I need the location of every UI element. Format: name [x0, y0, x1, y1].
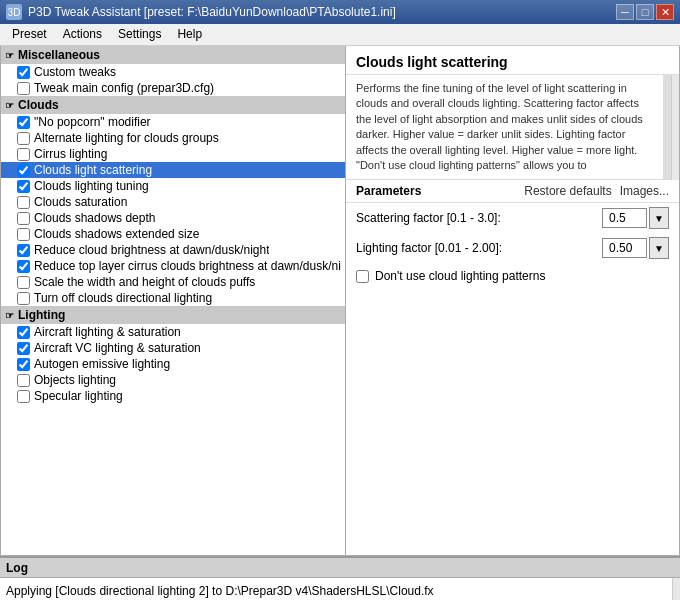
list-item[interactable]: Clouds shadows extended size — [1, 226, 345, 242]
list-item[interactable]: Scale the width and height of clouds puf… — [1, 274, 345, 290]
list-item-selected[interactable]: Clouds light scattering — [1, 162, 345, 178]
scattering-factor-dropdown[interactable]: ▼ — [649, 207, 669, 229]
no-popcorn-label: "No popcorn" modifier — [34, 115, 151, 129]
menu-actions[interactable]: Actions — [55, 26, 110, 43]
alt-lighting-checkbox[interactable] — [17, 132, 30, 145]
restore-defaults-button[interactable]: Restore defaults — [524, 184, 611, 198]
tweak-main-config-checkbox[interactable] — [17, 82, 30, 95]
turn-off-directional-label: Turn off clouds directional lighting — [34, 291, 212, 305]
list-item[interactable]: Reduce cloud brightness at dawn/dusk/nig… — [1, 242, 345, 258]
list-item[interactable]: Custom tweaks — [1, 64, 345, 80]
list-item[interactable]: Specular lighting — [1, 388, 345, 404]
reduce-cloud-brightness-checkbox[interactable] — [17, 244, 30, 257]
no-popcorn-checkbox[interactable] — [17, 116, 30, 129]
clouds-shadows-ext-label: Clouds shadows extended size — [34, 227, 199, 241]
clouds-shadows-ext-checkbox[interactable] — [17, 228, 30, 241]
cirrus-lighting-label: Cirrus lighting — [34, 147, 107, 161]
minimize-button[interactable]: ─ — [616, 4, 634, 20]
scattering-factor-label: Scattering factor [0.1 - 3.0]: — [356, 211, 594, 225]
clouds-light-scattering-checkbox[interactable] — [17, 164, 30, 177]
clouds-saturation-label: Clouds saturation — [34, 195, 127, 209]
section-clouds[interactable]: ☞ Clouds — [1, 96, 345, 114]
params-header: Parameters Restore defaults Images... — [346, 180, 679, 203]
custom-tweaks-label: Custom tweaks — [34, 65, 116, 79]
section-miscellaneous-label: Miscellaneous — [18, 48, 100, 62]
objects-lighting-checkbox[interactable] — [17, 374, 30, 387]
chevron-icon: ☞ — [5, 50, 14, 61]
list-item[interactable]: Aircraft VC lighting & saturation — [1, 340, 345, 356]
scattering-factor-row: Scattering factor [0.1 - 3.0]: 0.5 ▼ — [346, 203, 679, 233]
right-panel: Clouds light scattering Performs the fin… — [346, 46, 679, 555]
lighting-factor-label: Lighting factor [0.01 - 2.00]: — [356, 241, 594, 255]
section-miscellaneous[interactable]: ☞ Miscellaneous — [1, 46, 345, 64]
menu-help[interactable]: Help — [169, 26, 210, 43]
list-item[interactable]: "No popcorn" modifier — [1, 114, 345, 130]
list-item[interactable]: Cirrus lighting — [1, 146, 345, 162]
menu-settings[interactable]: Settings — [110, 26, 169, 43]
log-header: Log — [0, 558, 680, 578]
log-scrollbar[interactable] — [672, 578, 680, 600]
section-clouds-label: Clouds — [18, 98, 59, 112]
aircraft-lighting-label: Aircraft lighting & saturation — [34, 325, 181, 339]
clouds-shadows-depth-label: Clouds shadows depth — [34, 211, 155, 225]
images-button[interactable]: Images... — [620, 184, 669, 198]
autogen-emissive-checkbox[interactable] — [17, 358, 30, 371]
clouds-lighting-tuning-checkbox[interactable] — [17, 180, 30, 193]
lighting-factor-select: 0.50 ▼ — [602, 237, 669, 259]
list-item[interactable]: Reduce top layer cirrus clouds brightnes… — [1, 258, 345, 274]
log-container: Applying [Clouds directional lighting 2]… — [0, 578, 680, 600]
log-entry: Applying [Clouds directional lighting 2]… — [6, 582, 666, 600]
list-item[interactable]: Clouds saturation — [1, 194, 345, 210]
cirrus-lighting-checkbox[interactable] — [17, 148, 30, 161]
reduce-top-layer-label: Reduce top layer cirrus clouds brightnes… — [34, 259, 341, 273]
chevron-icon: ☞ — [5, 100, 14, 111]
maximize-button[interactable]: □ — [636, 4, 654, 20]
menu-preset[interactable]: Preset — [4, 26, 55, 43]
list-item[interactable]: Clouds lighting tuning — [1, 178, 345, 194]
cloud-patterns-checkbox[interactable] — [356, 270, 369, 283]
turn-off-directional-checkbox[interactable] — [17, 292, 30, 305]
scattering-factor-value: 0.5 — [602, 208, 647, 228]
scale-clouds-puffs-label: Scale the width and height of clouds puf… — [34, 275, 255, 289]
reduce-cloud-brightness-label: Reduce cloud brightness at dawn/dusk/nig… — [34, 243, 269, 257]
custom-tweaks-checkbox[interactable] — [17, 66, 30, 79]
list-item[interactable]: Objects lighting — [1, 372, 345, 388]
clouds-shadows-depth-checkbox[interactable] — [17, 212, 30, 225]
cloud-patterns-label: Don't use cloud lighting patterns — [375, 269, 545, 283]
specular-lighting-label: Specular lighting — [34, 389, 123, 403]
log-title: Log — [6, 561, 28, 575]
lighting-factor-dropdown[interactable]: ▼ — [649, 237, 669, 259]
section-lighting-label: Lighting — [18, 308, 65, 322]
description-text: Performs the fine tuning of the level of… — [346, 75, 671, 180]
app-icon: 3D — [6, 4, 22, 20]
main-container: ☞ Miscellaneous Custom tweaks Tweak main… — [0, 46, 680, 556]
list-item[interactable]: Turn off clouds directional lighting — [1, 290, 345, 306]
reduce-top-layer-checkbox[interactable] — [17, 260, 30, 273]
window-title: P3D Tweak Assistant [preset: F:\BaiduYun… — [28, 5, 396, 19]
scattering-factor-select: 0.5 ▼ — [602, 207, 669, 229]
aircraft-vc-lighting-label: Aircraft VC lighting & saturation — [34, 341, 201, 355]
scale-clouds-puffs-checkbox[interactable] — [17, 276, 30, 289]
list-item[interactable]: Tweak main config (prepar3D.cfg) — [1, 80, 345, 96]
window-controls: ─ □ ✕ — [616, 4, 674, 20]
title-bar: 3D P3D Tweak Assistant [preset: F:\Baidu… — [0, 0, 680, 24]
lighting-factor-value: 0.50 — [602, 238, 647, 258]
section-lighting[interactable]: ☞ Lighting — [1, 306, 345, 324]
aircraft-vc-lighting-checkbox[interactable] — [17, 342, 30, 355]
close-button[interactable]: ✕ — [656, 4, 674, 20]
cloud-patterns-row: Don't use cloud lighting patterns — [346, 263, 679, 289]
feature-title: Clouds light scattering — [346, 46, 679, 75]
list-item[interactable]: Aircraft lighting & saturation — [1, 324, 345, 340]
aircraft-lighting-checkbox[interactable] — [17, 326, 30, 339]
clouds-saturation-checkbox[interactable] — [17, 196, 30, 209]
list-item[interactable]: Clouds shadows depth — [1, 210, 345, 226]
log-section: Log Applying [Clouds directional lightin… — [0, 556, 680, 600]
description-scrollbar[interactable] — [671, 75, 679, 180]
tweak-list[interactable]: ☞ Miscellaneous Custom tweaks Tweak main… — [1, 46, 345, 555]
description-content: Performs the fine tuning of the level of… — [356, 82, 643, 171]
specular-lighting-checkbox[interactable] — [17, 390, 30, 403]
list-item[interactable]: Autogen emissive lighting — [1, 356, 345, 372]
clouds-light-scattering-label: Clouds light scattering — [34, 163, 152, 177]
list-item[interactable]: Alternate lighting for clouds groups — [1, 130, 345, 146]
left-panel: ☞ Miscellaneous Custom tweaks Tweak main… — [1, 46, 346, 555]
